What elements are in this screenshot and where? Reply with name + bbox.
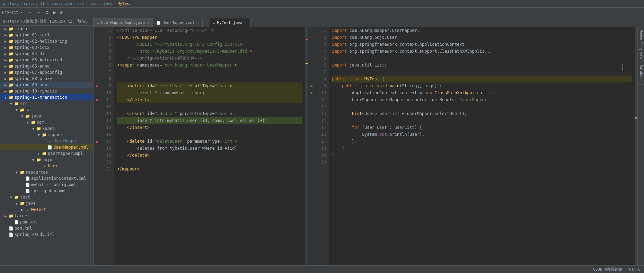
sidebar-item-usermapper-xml[interactable]: ▶ 📄 UserMapper.xml xyxy=(0,144,93,150)
sidebar-item-spring04[interactable]: ▶ 📁 spring-04-di xyxy=(0,51,93,57)
sidebar-label-spring08: spring-08-proxy xyxy=(15,76,52,81)
breadcrumb-spring11[interactable]: spring-11-transaction xyxy=(24,1,72,6)
java-marker-bar xyxy=(635,27,637,265)
sidebar-item-spring10[interactable]: ▶ 📁 spring-10-mybatis xyxy=(0,88,93,94)
sidebar-item-spring11[interactable]: ▼ 📁 spring-11-transaction xyxy=(0,94,93,100)
sidebar-item-mytest[interactable]: ▶ ☕ MyTest xyxy=(0,206,93,213)
database-tab[interactable]: Database xyxy=(638,62,644,85)
folder-icon-target: 📁 xyxy=(8,214,14,218)
expand-arrow-idea: ▶ xyxy=(3,27,8,31)
folder-icon-idea: 📁 xyxy=(8,27,14,31)
java-gutter-9-run[interactable]: ▶ xyxy=(308,89,315,96)
java-gutter-8-run[interactable]: ▶ xyxy=(308,82,315,89)
sidebar-item-src[interactable]: ▼ 📁 src xyxy=(0,100,93,107)
tab-close-usermapper-xml[interactable]: × xyxy=(197,21,199,25)
java-gutter-19 xyxy=(308,159,315,166)
xml-line-6: <mapper namespace="com.kuang.mapper.User… xyxy=(117,62,302,69)
sidebar-label-java: java xyxy=(31,114,41,118)
java-ln-18: 18 xyxy=(318,145,326,152)
tab-usermapper-xml[interactable]: 📄 UserMapper.xml × xyxy=(153,18,203,27)
breadcrumb-src[interactable]: src xyxy=(77,1,84,6)
xml-code-content[interactable]: <?xml version="1.0" encoding="UTF-8" ?> … xyxy=(114,27,305,265)
sidebar-item-target[interactable]: ▶ 📁 target xyxy=(0,213,93,219)
sidebar-label-usermapper: UserMapper xyxy=(53,139,78,143)
gutter-9-break[interactable]: ● xyxy=(94,82,100,89)
sidebar-item-springdao[interactable]: ▶ 📄 spring-dao.xml xyxy=(0,188,93,194)
gutter-21 xyxy=(94,166,100,173)
sidebar-item-spring02[interactable]: ▶ 📁 spring-02-hellospring xyxy=(0,38,93,44)
sidebar-item-idea[interactable]: ▶ 📁 .idea xyxy=(0,26,93,32)
sidebar-item-com[interactable]: ▼ 📁 com xyxy=(0,119,93,125)
sidebar-item-test[interactable]: ▼ 📁 test xyxy=(0,194,93,200)
toolbar-back-button[interactable]: ← xyxy=(27,9,34,16)
sidebar-item-kuang[interactable]: ▼ 📁 kuang xyxy=(0,125,93,132)
sidebar-item-spring07[interactable]: ▶ 📁 spring-07-appconfig xyxy=(0,69,93,76)
sidebar-item-mapper[interactable]: ▼ 📁 mapper xyxy=(0,132,93,138)
java-code-content[interactable]: import com.kuang.mapper.UserMapper; impo… xyxy=(329,27,635,265)
sidebar-item-java-test[interactable]: ▼ 📁 java xyxy=(0,200,93,206)
sidebar-item-user[interactable]: ▶ ☕ User xyxy=(0,163,93,169)
sidebar-item-spring08[interactable]: ▶ 📁 spring-08-proxy xyxy=(0,76,93,82)
tab-mytest[interactable]: ☕ MyTest.java × xyxy=(210,18,250,27)
xml-ln-4: 4 xyxy=(103,48,111,55)
folder-icon-java-test: 📁 xyxy=(19,201,25,206)
sidebar-item-mybatisconfig[interactable]: ▶ 📄 mybatis-config.xml xyxy=(0,182,93,188)
xml-ln-19: 19 xyxy=(103,152,111,159)
java-tab-icon-usermapperimpl: ☕ xyxy=(97,21,99,25)
java-gutter-20 xyxy=(308,166,315,173)
gutter-19 xyxy=(94,152,100,159)
sidebar-item-usermapperimpl[interactable]: ▶ 📁 UserMapperImpl xyxy=(0,150,93,157)
sidebar-item-java[interactable]: ▼ 📁 java xyxy=(0,113,93,119)
tab-close-mytest[interactable]: × xyxy=(245,21,247,25)
xml-icon-appcontext: 📄 xyxy=(25,176,30,181)
gutter-17-break[interactable]: ● xyxy=(94,138,100,145)
xml-ln-11: 11 xyxy=(103,96,111,103)
sidebar-item-spring03[interactable]: ▶ 📁 spring-03-ioc2 xyxy=(0,44,93,51)
toolbar-settings-button[interactable]: ⚙ xyxy=(44,9,50,16)
tab-usermapperimpl[interactable]: ☕ UserMapperImpl.java × xyxy=(94,18,153,27)
xml-code-area[interactable]: ● ● ● xyxy=(94,27,308,265)
java-icon-mytest: ☕ xyxy=(25,208,30,212)
sidebar-item-springiml[interactable]: ▶ 📄 spring-study.iml xyxy=(0,231,93,238)
sidebar-label-spring01: spring-01-ioc1 xyxy=(15,33,50,37)
java-line-7 xyxy=(332,69,632,76)
sidebar-item-spring09[interactable]: ▶ 📁 spring-09-aop xyxy=(0,82,93,88)
sidebar-item-spring01[interactable]: ▶ 📁 spring-01-ioc1 xyxy=(0,32,93,38)
maven-projects-tab[interactable]: Maven Projects xyxy=(638,27,644,62)
sidebar-item-usermapper[interactable]: ▶ ☕ UserMapper xyxy=(0,138,93,144)
sidebar-item-spring06[interactable]: ▶ 📁 spring-06-anno xyxy=(0,63,93,69)
sidebar-item-appcontext[interactable]: ▶ 📄 applicationContext.xml xyxy=(0,175,93,182)
sidebar-item-pomroot[interactable]: ▶ 📄 pom.xml xyxy=(0,225,93,231)
gutter-11-break[interactable]: ● xyxy=(94,96,100,103)
breadcrumb-test[interactable]: test xyxy=(89,1,98,6)
xml-line-16 xyxy=(117,131,302,138)
java-line-14 xyxy=(332,117,632,124)
tabs-bar: ☕ UserMapperImpl.java × 📄 UserMapper.xml… xyxy=(94,17,644,27)
java-code-area[interactable]: ▶ ▶ xyxy=(308,27,637,265)
toolbar-run-button[interactable]: ▶ xyxy=(52,9,58,16)
sidebar-item-spring05[interactable]: ▶ 📁 spring-05-Autowired xyxy=(0,57,93,63)
sidebar-item-main[interactable]: ▼ 📁 main xyxy=(0,107,93,113)
xml-gutter: ● ● ● xyxy=(94,27,100,265)
toolbar-stop-button[interactable]: ■ xyxy=(59,9,64,16)
tab-close-usermapperimpl[interactable]: × xyxy=(147,21,149,25)
breadcrumb-java[interactable]: java xyxy=(103,1,113,6)
gutter-13 xyxy=(94,110,100,117)
java-gutter-15 xyxy=(308,131,315,138)
toolbar-forward-button[interactable]: → xyxy=(35,9,42,16)
gutter-5 xyxy=(94,55,100,62)
xml-ln-20: 20 xyxy=(103,159,111,166)
sidebar-item-resources[interactable]: ▼ 📁 resources xyxy=(0,169,93,175)
gutter-20 xyxy=(94,159,100,166)
java-ln-7: 7 xyxy=(318,69,326,76)
tab-label-usermapperimpl: UserMapperImpl.java xyxy=(101,20,145,25)
sidebar-item-pom11[interactable]: ▶ 📄 pom.xml xyxy=(0,219,93,225)
sidebar-label-src: src xyxy=(20,101,28,106)
xml-line-13: <insert id="addUser" parameterType="user… xyxy=(117,110,302,117)
xml-ln-14: 14 xyxy=(103,117,111,124)
sidebar-label-user: User xyxy=(48,164,58,168)
project-dropdown-label[interactable]: Project ▾ xyxy=(2,10,23,15)
sidebar-label-test: test xyxy=(20,195,30,200)
sidebar-item-pojo[interactable]: ▼ 📁 pojo xyxy=(0,157,93,163)
breadcrumb-gstudy[interactable]: g-study xyxy=(3,1,19,6)
